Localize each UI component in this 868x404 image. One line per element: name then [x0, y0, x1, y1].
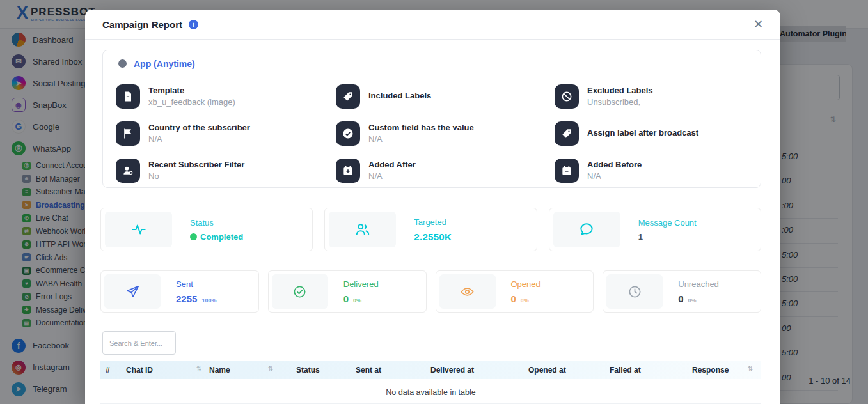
opened-card: Opened 00% [436, 270, 594, 313]
sort-icon[interactable] [268, 365, 273, 372]
close-icon[interactable] [754, 19, 763, 30]
check-circle-icon [272, 274, 328, 309]
status-green-dot [190, 233, 197, 240]
status-dot-icon [118, 59, 127, 68]
chat-bubble-icon [553, 212, 620, 247]
users-icon [329, 212, 396, 247]
modal-header: Campaign Report [85, 10, 780, 40]
modal-title: Campaign Report [102, 19, 182, 30]
filter-item-included-labels: Included Labels [336, 84, 555, 116]
tag-icon [336, 84, 360, 109]
campaign-report-modal: Campaign Report App (Anytime) Templatexb… [85, 10, 780, 404]
filter-item-custom-field: Custom field has the valueN/A [336, 121, 555, 153]
report-search [102, 331, 176, 355]
file-icon [116, 84, 140, 109]
calendar-minus-icon [555, 159, 579, 183]
filter-item-excluded-labels: Excluded LabelsUnsubscribed, [555, 84, 748, 116]
user-clock-icon [116, 159, 140, 183]
filter-grid: Templatexb_u_feedback (image) Included L… [103, 77, 761, 198]
filter-item-template: Templatexb_u_feedback (image) [116, 84, 336, 116]
calendar-plus-icon [336, 159, 360, 183]
sort-icon[interactable] [196, 365, 201, 372]
tag-icon [555, 121, 579, 146]
activity-icon [105, 212, 172, 247]
filter-item-assign-label: Assign label after broadcast [555, 121, 748, 153]
info-icon[interactable] [189, 20, 198, 29]
eye-icon [439, 274, 496, 309]
empty-table-message: No data available in table [386, 388, 475, 397]
ban-icon [555, 84, 579, 109]
delivery-stats-row: Sent 2255100% Delivered 00% Opened 00% U… [100, 270, 761, 313]
empty-table-row: No data available in table [100, 379, 761, 404]
filter-item-country: Country of the subscriberN/A [116, 121, 336, 153]
check-circle-icon [336, 121, 360, 146]
filter-item-added-after: Added AfterN/A [336, 159, 555, 190]
campaign-filter-box: App (Anytime) Templatexb_u_feedback (ima… [102, 50, 761, 188]
primary-stats-row: Status Completed Targeted 2.2550K Messag… [100, 208, 761, 251]
filter-header: App (Anytime) [103, 50, 761, 77]
filter-item-added-before: Added BeforeN/A [555, 159, 748, 190]
targeted-card: Targeted 2.2550K [324, 208, 537, 251]
filter-item-recent-subscriber: Recent Subscriber FilterNo [116, 159, 336, 190]
unreached-card: Unreached 00% [603, 270, 761, 313]
sent-card: Sent 2255100% [100, 270, 259, 313]
delivered-card: Delivered 00% [268, 270, 427, 313]
sort-icon[interactable] [748, 365, 753, 372]
search-input[interactable] [102, 331, 176, 355]
filter-title: App (Anytime) [134, 59, 195, 69]
report-table-header: # Chat ID Name Status Sent at Delivered … [100, 361, 761, 379]
clock-icon [606, 274, 663, 309]
status-card: Status Completed [100, 208, 313, 251]
send-icon [104, 274, 161, 309]
flag-icon [116, 121, 140, 146]
message-count-card: Message Count 1 [549, 208, 761, 251]
